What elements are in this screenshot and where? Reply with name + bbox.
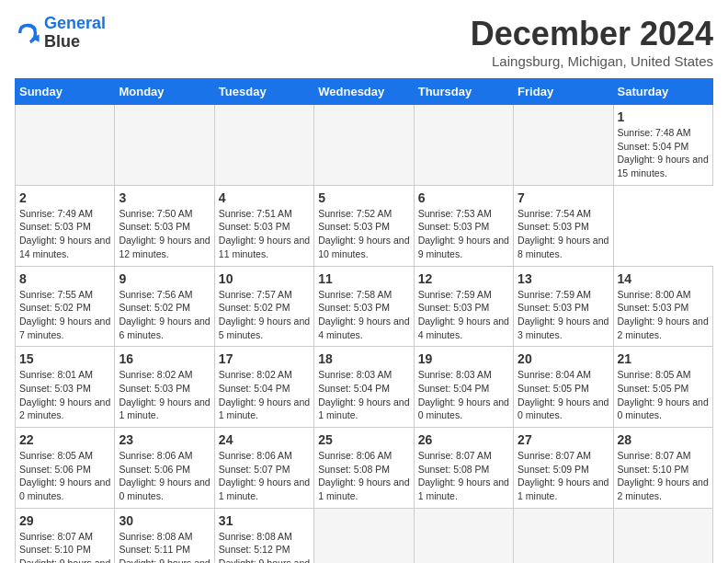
day-number: 3	[119, 190, 210, 205]
calendar-cell-empty	[414, 105, 513, 186]
day-number: 25	[318, 432, 409, 447]
logo-icon	[15, 20, 40, 46]
day-info: Sunrise: 8:03 AMSunset: 5:04 PMDaylight:…	[318, 368, 409, 422]
day-info: Sunrise: 8:06 AMSunset: 5:07 PMDaylight:…	[219, 449, 310, 503]
day-info: Sunrise: 8:05 AMSunset: 5:05 PMDaylight:…	[618, 368, 709, 422]
calendar-table: SundayMondayTuesdayWednesdayThursdayFrid…	[15, 78, 713, 563]
calendar-cell-day-21: 21Sunrise: 8:05 AMSunset: 5:05 PMDayligh…	[613, 347, 712, 428]
calendar-header-sunday: Sunday	[16, 79, 115, 105]
calendar-header-wednesday: Wednesday	[314, 79, 414, 105]
day-info: Sunrise: 8:08 AMSunset: 5:12 PMDaylight:…	[219, 530, 310, 563]
calendar-cell-day-11: 11Sunrise: 7:58 AMSunset: 5:03 PMDayligh…	[314, 266, 414, 347]
calendar-cell-day-28: 28Sunrise: 8:07 AMSunset: 5:10 PMDayligh…	[613, 428, 712, 509]
calendar-cell-day-18: 18Sunrise: 8:03 AMSunset: 5:04 PMDayligh…	[314, 347, 414, 428]
logo: General Blue	[15, 15, 106, 52]
day-number: 11	[318, 271, 409, 286]
day-number: 13	[518, 271, 609, 286]
calendar-cell-day-7: 7Sunrise: 7:54 AMSunset: 5:03 PMDaylight…	[514, 185, 613, 266]
day-number: 5	[318, 190, 409, 205]
day-info: Sunrise: 7:59 AMSunset: 5:03 PMDaylight:…	[518, 288, 609, 342]
calendar-cell-day-4: 4Sunrise: 7:51 AMSunset: 5:03 PMDaylight…	[214, 185, 313, 266]
calendar-header-saturday: Saturday	[613, 79, 712, 105]
day-number: 12	[418, 271, 509, 286]
day-number: 2	[19, 190, 110, 205]
calendar-cell-day-27: 27Sunrise: 8:07 AMSunset: 5:09 PMDayligh…	[514, 428, 613, 509]
day-info: Sunrise: 8:07 AMSunset: 5:10 PMDaylight:…	[618, 449, 709, 503]
day-number: 21	[618, 351, 709, 366]
location: Laingsburg, Michigan, United States	[471, 53, 713, 69]
calendar-week-5: 22Sunrise: 8:05 AMSunset: 5:06 PMDayligh…	[16, 428, 713, 509]
day-number: 23	[119, 432, 210, 447]
day-info: Sunrise: 8:07 AMSunset: 5:10 PMDaylight:…	[19, 530, 110, 563]
month-title: December 2024	[471, 15, 713, 53]
day-number: 14	[618, 271, 709, 286]
calendar-cell-day-1: 1Sunrise: 7:48 AMSunset: 5:04 PMDaylight…	[613, 105, 712, 186]
calendar-cell-day-12: 12Sunrise: 7:59 AMSunset: 5:03 PMDayligh…	[414, 266, 513, 347]
day-info: Sunrise: 7:56 AMSunset: 5:02 PMDaylight:…	[119, 288, 210, 342]
calendar-cell-day-13: 13Sunrise: 7:59 AMSunset: 5:03 PMDayligh…	[514, 266, 613, 347]
day-info: Sunrise: 8:04 AMSunset: 5:05 PMDaylight:…	[518, 368, 609, 422]
day-number: 10	[219, 271, 310, 286]
day-info: Sunrise: 8:02 AMSunset: 5:04 PMDaylight:…	[219, 368, 310, 422]
calendar-header-row: SundayMondayTuesdayWednesdayThursdayFrid…	[16, 79, 713, 105]
day-info: Sunrise: 7:49 AMSunset: 5:03 PMDaylight:…	[19, 207, 110, 261]
calendar-cell-day-23: 23Sunrise: 8:06 AMSunset: 5:06 PMDayligh…	[115, 428, 214, 509]
calendar-cell-empty	[214, 105, 313, 186]
day-number: 27	[518, 432, 609, 447]
calendar-cell-day-2: 2Sunrise: 7:49 AMSunset: 5:03 PMDaylight…	[16, 185, 115, 266]
day-info: Sunrise: 7:57 AMSunset: 5:02 PMDaylight:…	[219, 288, 310, 342]
calendar-cell-empty	[514, 105, 613, 186]
calendar-cell-day-25: 25Sunrise: 8:06 AMSunset: 5:08 PMDayligh…	[314, 428, 414, 509]
day-info: Sunrise: 7:53 AMSunset: 5:03 PMDaylight:…	[418, 207, 509, 261]
day-number: 18	[318, 351, 409, 366]
day-number: 9	[119, 271, 210, 286]
day-info: Sunrise: 8:05 AMSunset: 5:06 PMDaylight:…	[19, 449, 110, 503]
calendar-cell-day-19: 19Sunrise: 8:03 AMSunset: 5:04 PMDayligh…	[414, 347, 513, 428]
calendar-cell-empty	[514, 508, 613, 563]
calendar-header-monday: Monday	[115, 79, 214, 105]
day-info: Sunrise: 8:06 AMSunset: 5:08 PMDaylight:…	[318, 449, 409, 503]
day-number: 29	[19, 513, 110, 528]
day-number: 7	[518, 190, 609, 205]
day-number: 24	[219, 432, 310, 447]
day-number: 31	[219, 513, 310, 528]
calendar-cell-empty	[314, 105, 414, 186]
day-info: Sunrise: 8:06 AMSunset: 5:06 PMDaylight:…	[119, 449, 210, 503]
day-info: Sunrise: 7:55 AMSunset: 5:02 PMDaylight:…	[19, 288, 110, 342]
calendar-cell-day-14: 14Sunrise: 8:00 AMSunset: 5:03 PMDayligh…	[613, 266, 712, 347]
calendar-cell-day-10: 10Sunrise: 7:57 AMSunset: 5:02 PMDayligh…	[214, 266, 313, 347]
day-info: Sunrise: 8:03 AMSunset: 5:04 PMDaylight:…	[418, 368, 509, 422]
day-info: Sunrise: 8:00 AMSunset: 5:03 PMDaylight:…	[618, 288, 709, 342]
logo-text: General Blue	[44, 15, 106, 52]
day-info: Sunrise: 7:52 AMSunset: 5:03 PMDaylight:…	[318, 207, 409, 261]
calendar-week-4: 15Sunrise: 8:01 AMSunset: 5:03 PMDayligh…	[16, 347, 713, 428]
calendar-cell-day-16: 16Sunrise: 8:02 AMSunset: 5:03 PMDayligh…	[115, 347, 214, 428]
calendar-cell-day-5: 5Sunrise: 7:52 AMSunset: 5:03 PMDaylight…	[314, 185, 414, 266]
calendar-cell-empty	[115, 105, 214, 186]
day-info: Sunrise: 7:58 AMSunset: 5:03 PMDaylight:…	[318, 288, 409, 342]
calendar-week-2: 2Sunrise: 7:49 AMSunset: 5:03 PMDaylight…	[16, 185, 713, 266]
day-number: 19	[418, 351, 509, 366]
day-info: Sunrise: 7:51 AMSunset: 5:03 PMDaylight:…	[219, 207, 310, 261]
day-info: Sunrise: 8:07 AMSunset: 5:08 PMDaylight:…	[418, 449, 509, 503]
calendar-week-1: 1Sunrise: 7:48 AMSunset: 5:04 PMDaylight…	[16, 105, 713, 186]
calendar-header-friday: Friday	[514, 79, 613, 105]
title-block: December 2024 Laingsburg, Michigan, Unit…	[471, 15, 713, 69]
day-info: Sunrise: 7:59 AMSunset: 5:03 PMDaylight:…	[418, 288, 509, 342]
day-number: 20	[518, 351, 609, 366]
day-number: 16	[119, 351, 210, 366]
day-number: 8	[19, 271, 110, 286]
day-number: 28	[618, 432, 709, 447]
calendar-cell-day-20: 20Sunrise: 8:04 AMSunset: 5:05 PMDayligh…	[514, 347, 613, 428]
day-info: Sunrise: 8:07 AMSunset: 5:09 PMDaylight:…	[518, 449, 609, 503]
day-number: 1	[618, 109, 709, 124]
calendar-cell-day-6: 6Sunrise: 7:53 AMSunset: 5:03 PMDaylight…	[414, 185, 513, 266]
calendar-week-6: 29Sunrise: 8:07 AMSunset: 5:10 PMDayligh…	[16, 508, 713, 563]
day-info: Sunrise: 7:54 AMSunset: 5:03 PMDaylight:…	[518, 207, 609, 261]
day-number: 4	[219, 190, 310, 205]
page-header: General Blue December 2024 Laingsburg, M…	[15, 15, 713, 69]
calendar-cell-empty	[613, 508, 712, 563]
day-info: Sunrise: 8:02 AMSunset: 5:03 PMDaylight:…	[119, 368, 210, 422]
day-info: Sunrise: 8:08 AMSunset: 5:11 PMDaylight:…	[119, 530, 210, 563]
calendar-cell-day-26: 26Sunrise: 8:07 AMSunset: 5:08 PMDayligh…	[414, 428, 513, 509]
